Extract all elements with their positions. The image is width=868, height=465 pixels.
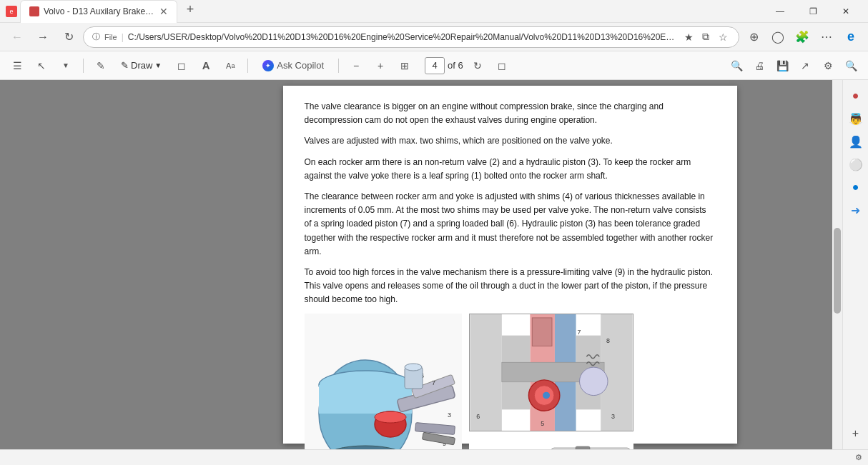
svg-rect-20 [470,314,501,431]
extensions-icon[interactable]: 🧩 [791,26,814,49]
paragraph-2: Valves are adjusted with max. two shims,… [305,134,716,148]
tab-area: Volvo - D13 Auxilary Brake Engin... ✕ + [20,0,764,23]
svg-point-6 [375,411,406,423]
paragraph-3: On each rocker arm there is an non-retur… [305,156,716,183]
diagram-3d-left: 6 7 3 9 4 [305,314,462,449]
favorites-star-icon[interactable]: ★ [681,30,696,44]
edge-sidebar: ● 👼 👤 ⚪ ● ➜ + [842,80,868,449]
pdf-draw-button[interactable]: ✎ Draw ▼ [115,56,167,76]
pdf-search-right-button[interactable]: 🔍 [841,56,861,76]
toolbar-separator-1 [83,59,84,73]
browser-toolbar-right: ⊕ ◯ 🧩 ⋯ e [742,26,862,49]
page-number-input[interactable] [425,57,445,74]
more-tools-icon[interactable]: ⋯ [815,26,838,49]
edge-sidebar-circle-icon[interactable]: ⚪ [846,154,866,174]
pdf-zoom-out-button[interactable]: − [346,56,366,76]
pdf-zoom-in-button[interactable]: + [370,56,390,76]
pdf-search-button[interactable]: 🔍 [726,56,746,76]
pdf-fit-page-button[interactable]: ⊞ [395,56,415,76]
page-navigation: of 6 [425,57,463,74]
edge-sidebar-add-icon[interactable]: + [846,424,866,444]
diagrams-container: 6 7 3 9 4 [305,314,716,449]
pdf-rotate-button[interactable]: ↻ [468,56,488,76]
scrollbar-thumb[interactable] [834,228,841,314]
maximize-button[interactable]: ❐ [797,0,829,23]
copilot-icon: ✦ [262,60,274,71]
draw-label: Draw [131,60,152,71]
pdf-page: The valve clearance is bigger on an engi… [283,86,737,444]
split-screen-icon[interactable]: ⧉ [699,30,713,44]
svg-text:3: 3 [448,411,451,419]
pdf-settings-button[interactable]: ⚙ [818,56,838,76]
pdf-eraser-icon[interactable]: ◻ [172,56,192,76]
close-button[interactable]: ✕ [829,0,862,23]
tab-close-icon[interactable]: ✕ [159,6,168,17]
svg-point-31 [579,368,608,396]
active-tab[interactable]: Volvo - D13 Auxilary Brake Engin... ✕ [20,0,177,23]
svg-rect-50 [576,446,590,449]
forward-button[interactable]: → [31,26,54,49]
minimize-button[interactable]: — [764,0,797,23]
scrollbar[interactable] [832,80,842,449]
svg-text:6: 6 [476,414,480,421]
pdf-left-margin [0,80,187,449]
tab-favicon-icon [29,6,39,16]
edge-sidebar-profile-icon[interactable]: ● [846,86,866,106]
address-text: C:/Users/USER/Desktop/Volvo%20D11%20D13%… [128,32,677,42]
titlebar: e Volvo - D13 Auxilary Brake Engin... ✕ … [0,0,868,23]
edge-sidebar-outlook-icon[interactable]: ● [846,177,866,197]
collections-icon[interactable]: ⊕ [742,26,765,49]
address-icons: ★ ⧉ ☆ [681,30,730,44]
address-box[interactable]: ⓘ File | C:/Users/USER/Desktop/Volvo%20D… [83,26,739,48]
browser-logo-icon: e [6,6,17,17]
svg-text:7: 7 [432,379,435,386]
page-total: of 6 [448,60,463,71]
edge-sidebar-bag-icon[interactable]: 👼 [846,109,866,129]
paragraph-5: To avoid too high forces in the valve me… [305,266,716,307]
edge-logo-icon[interactable]: e [839,26,862,49]
edge-sidebar-arrow-icon[interactable]: ➜ [846,200,866,220]
svg-text:3: 3 [611,414,614,421]
ask-copilot-label: Ask Copilot [277,60,324,71]
pdf-background[interactable]: The valve clearance is bigger on an engi… [187,80,832,449]
pdf-menu-icon[interactable]: ☰ [7,56,27,76]
assembly-svg: A [469,437,633,449]
diagrams-right: 7 8 6 3 5 [469,314,633,449]
addressbar: ← → ↻ ⓘ File | C:/Users/USER/Desktop/Vol… [0,23,868,51]
pdf-right-tools: 🔍 🖨 💾 ↗ ⚙ 🔍 [726,56,861,76]
status-settings-icon[interactable]: ⚙ [855,453,862,462]
paragraph-4: The clearance between rocker arm and yok… [305,190,716,259]
pdf-cursor-dropdown-icon[interactable]: ▼ [56,56,76,76]
svg-rect-37 [469,437,633,449]
new-tab-button[interactable]: + [180,0,200,20]
profile-icon[interactable]: ◯ [766,26,789,49]
favorites-add-icon[interactable]: ☆ [716,30,730,44]
pdf-save-button[interactable]: 💾 [772,56,792,76]
svg-rect-27 [532,318,552,346]
svg-rect-45 [551,448,630,449]
edge-sidebar-person-icon[interactable]: 👤 [846,131,866,151]
toolbar-separator-2 [247,59,248,73]
refresh-button[interactable]: ↻ [57,26,80,49]
pdf-share-button[interactable]: ↗ [795,56,815,76]
svg-text:8: 8 [606,337,610,344]
diagram-assembly-bottom: A [469,437,633,449]
back-button[interactable]: ← [6,26,29,49]
pdf-two-page-button[interactable]: ◻ [492,56,512,76]
main-content: The valve clearance is bigger on an engi… [0,80,868,449]
ask-copilot-button[interactable]: ✦ Ask Copilot [255,56,331,76]
draw-icon: ✎ [121,60,129,71]
svg-rect-3 [319,385,412,414]
diagram-cross-section: 7 8 6 3 5 [469,314,633,431]
pdf-font-icon[interactable]: A [196,56,216,76]
paragraph-1: The valve clearance is bigger on an engi… [305,100,716,127]
pdf-font-superscript-icon[interactable]: Aa [220,56,240,76]
tab-title: Volvo - D13 Auxilary Brake Engin... [44,6,155,16]
pdf-print-button[interactable]: 🖨 [749,56,769,76]
svg-point-30 [543,392,550,399]
pdf-toolbar: ☰ ↖ ▼ ✎ ✎ Draw ▼ ◻ A Aa ✦ Ask Copilot − … [0,51,868,80]
pdf-cursor-icon[interactable]: ↖ [31,56,51,76]
svg-rect-21 [601,314,632,431]
svg-text:7: 7 [577,329,581,336]
pdf-highlight-icon[interactable]: ✎ [91,56,111,76]
